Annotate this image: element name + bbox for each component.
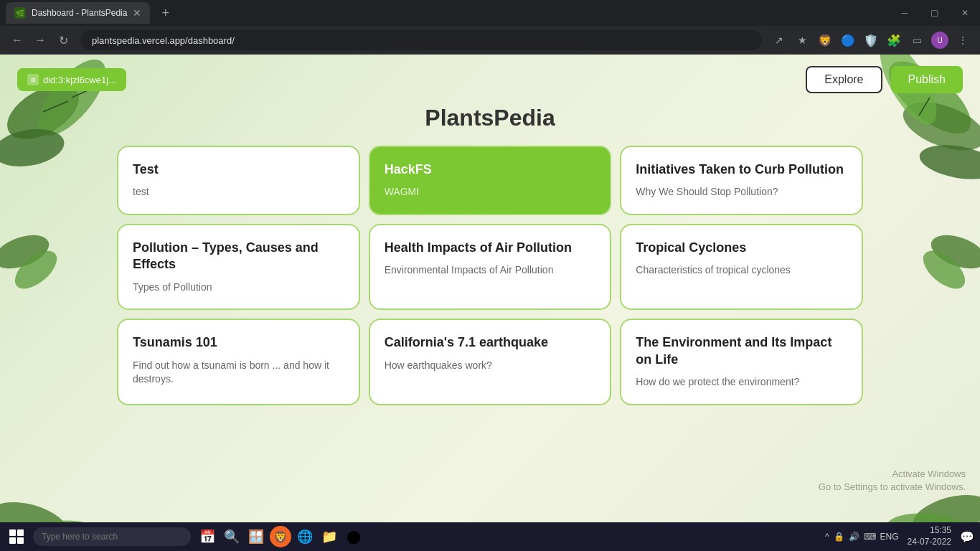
taskbar-volume-icon[interactable]: 🔊	[849, 532, 859, 542]
taskbar-chevron-icon[interactable]: ^	[825, 532, 829, 542]
taskbar-app-chrome2[interactable]: ⬤	[343, 526, 364, 547]
card-tsunamis[interactable]: Tsunamis 101 Find out how a tsunami is b…	[117, 319, 360, 405]
card-subtitle-initiatives: Why We Should Stop Pollution?	[636, 185, 847, 199]
nav-buttons: ← → ↻	[9, 32, 72, 49]
card-title-hackfs: HackFS	[385, 161, 596, 178]
close-button[interactable]: ✕	[956, 5, 974, 21]
taskbar-app-taskview[interactable]: 🪟	[245, 526, 267, 547]
svg-point-12	[927, 229, 980, 276]
svg-point-13	[917, 244, 972, 296]
svg-point-10	[0, 229, 53, 276]
windows-icon	[9, 529, 24, 544]
taskbar-time-value: 15:35	[908, 525, 951, 537]
taskbar: 📅 🔍 🪟 🦁 🌐 📁 ⬤ ^ 🔒 🔊 ⌨ ENG 15:35 24-07-20…	[0, 522, 980, 551]
svg-point-8	[917, 140, 980, 184]
address-input[interactable]	[80, 30, 762, 50]
card-hackfs[interactable]: HackFS WAGMI	[369, 146, 612, 215]
extension-icon-4[interactable]: 🧩	[885, 32, 903, 49]
maximize-button[interactable]: ▢	[925, 5, 944, 21]
taskbar-date-value: 24-07-2022	[908, 537, 951, 548]
extension-icon-3[interactable]: 🛡️	[862, 32, 880, 49]
taskbar-keyboard-icon[interactable]: ⌨	[864, 532, 876, 542]
card-initiatives[interactable]: Initiatives Taken to Curb Pollution Why …	[620, 146, 863, 215]
taskbar-app-files[interactable]: 📁	[319, 526, 340, 547]
taskbar-app-brave[interactable]: 🦁	[270, 526, 291, 547]
cards-grid: Test test HackFS WAGMI Initiatives Taken…	[60, 146, 920, 405]
card-california-earthquake[interactable]: California's 7.1 earthquake How earthqua…	[369, 319, 612, 405]
card-subtitle-test: test	[133, 185, 344, 199]
taskbar-network-icon[interactable]: 🔒	[834, 532, 844, 542]
extension-icon-2[interactable]: 🔵	[839, 32, 857, 49]
card-subtitle-tsunamis: Find out how a tsunami is born ... and h…	[133, 359, 344, 387]
taskbar-system-icons: ^ 🔒 🔊 ⌨ ENG	[825, 532, 899, 542]
window-controls: ─ ▢ ✕	[895, 5, 974, 21]
card-title-health-impacts: Health Impacts of Air Pollution	[385, 240, 596, 256]
tab-close-button[interactable]: ✕	[133, 7, 141, 19]
taskbar-clock[interactable]: 15:35 24-07-2022	[908, 525, 951, 547]
taskbar-app-calendar[interactable]: 📅	[197, 526, 218, 547]
taskbar-right: ^ 🔒 🔊 ⌨ ENG 15:35 24-07-2022 💬	[825, 525, 974, 547]
did-icon: ⊞	[27, 74, 39, 85]
taskbar-apps: 📅 🔍 🪟 🦁 🌐 📁 ⬤	[197, 526, 364, 547]
activate-windows-line1: Activate Windows	[819, 468, 966, 481]
card-title-tropical-cyclones: Tropical Cyclones	[636, 240, 847, 256]
did-label: did:3:kjzl6cwe1j...	[43, 75, 116, 85]
start-button[interactable]	[6, 526, 27, 547]
toolbar-icons: ↗ ★ 🦁 🔵 🛡️ 🧩 ▭ U ⋮	[771, 32, 971, 49]
card-subtitle-environment: How do we protect the environment?	[636, 375, 847, 390]
extension-icon-1[interactable]: 🦁	[816, 32, 834, 49]
card-title-environment: The Environment and Its Impact on Life	[636, 334, 847, 368]
sidebar-toggle[interactable]: ▭	[908, 32, 925, 49]
card-subtitle-pollution-types: Types of Pollution	[133, 281, 344, 295]
card-subtitle-california-earthquake: How earthquakes work?	[385, 359, 596, 373]
card-title-tsunamis: Tsunamis 101	[133, 334, 344, 351]
site-title: PlantsPedia	[0, 105, 980, 131]
taskbar-notification-icon[interactable]: 💬	[960, 530, 974, 544]
tab-favicon: 🌿	[14, 7, 26, 19]
card-title-california-earthquake: California's 7.1 earthquake	[385, 334, 596, 351]
publish-button[interactable]: Publish	[891, 66, 963, 93]
card-test[interactable]: Test test	[117, 146, 360, 215]
taskbar-language[interactable]: ENG	[880, 532, 899, 542]
did-button[interactable]: ⊞ did:3:kjzl6cwe1j...	[17, 68, 126, 91]
card-subtitle-health-impacts: Environmental Impacts of Air Pollution	[385, 263, 596, 278]
refresh-button[interactable]: ↻	[55, 32, 72, 49]
card-pollution-types[interactable]: Pollution – Types, Causes and Effects Ty…	[117, 224, 360, 310]
card-title-pollution-types: Pollution – Types, Causes and Effects	[133, 240, 344, 273]
card-subtitle-tropical-cyclones: Characteristics of tropical cyclones	[636, 263, 847, 278]
tab-title: Dashboard - PlantsPedia	[32, 8, 127, 18]
card-environment[interactable]: The Environment and Its Impact on Life H…	[620, 319, 863, 405]
minimize-button[interactable]: ─	[895, 5, 913, 21]
bookmark-icon[interactable]: ★	[793, 32, 811, 49]
explore-button[interactable]: Explore	[806, 66, 882, 93]
page-header: ⊞ did:3:kjzl6cwe1j... Explore Publish	[0, 55, 980, 105]
svg-point-11	[9, 244, 64, 296]
card-subtitle-hackfs: WAGMI	[385, 185, 596, 199]
card-health-impacts[interactable]: Health Impacts of Air Pollution Environm…	[369, 224, 612, 310]
share-icon[interactable]: ↗	[771, 32, 788, 49]
header-actions: Explore Publish	[806, 66, 963, 93]
page-content: ⊞ did:3:kjzl6cwe1j... Explore Publish Pl…	[0, 55, 980, 551]
forward-button[interactable]: →	[32, 32, 49, 49]
profile-avatar[interactable]: U	[931, 32, 948, 49]
menu-icon[interactable]: ⋮	[954, 32, 971, 49]
taskbar-app-chrome[interactable]: 🌐	[294, 526, 316, 547]
taskbar-app-search[interactable]: 🔍	[221, 526, 242, 547]
card-title-test: Test	[133, 161, 344, 178]
activate-windows-line2: Go to Settings to activate Windows.	[819, 481, 966, 494]
new-tab-button[interactable]: +	[156, 3, 175, 24]
card-title-initiatives: Initiatives Taken to Curb Pollution	[636, 161, 847, 178]
activate-windows-watermark: Activate Windows Go to Settings to activ…	[819, 468, 966, 494]
address-bar: ← → ↻ ↗ ★ 🦁 🔵 🛡️ 🧩 ▭ U ⋮	[0, 26, 980, 55]
taskbar-search-input[interactable]	[33, 527, 191, 546]
card-tropical-cyclones[interactable]: Tropical Cyclones Characteristics of tro…	[620, 224, 863, 310]
browser-chrome: 🌿 Dashboard - PlantsPedia ✕ + ─ ▢ ✕	[0, 0, 980, 26]
browser-tab[interactable]: 🌿 Dashboard - PlantsPedia ✕	[6, 2, 150, 24]
back-button[interactable]: ←	[9, 32, 26, 49]
